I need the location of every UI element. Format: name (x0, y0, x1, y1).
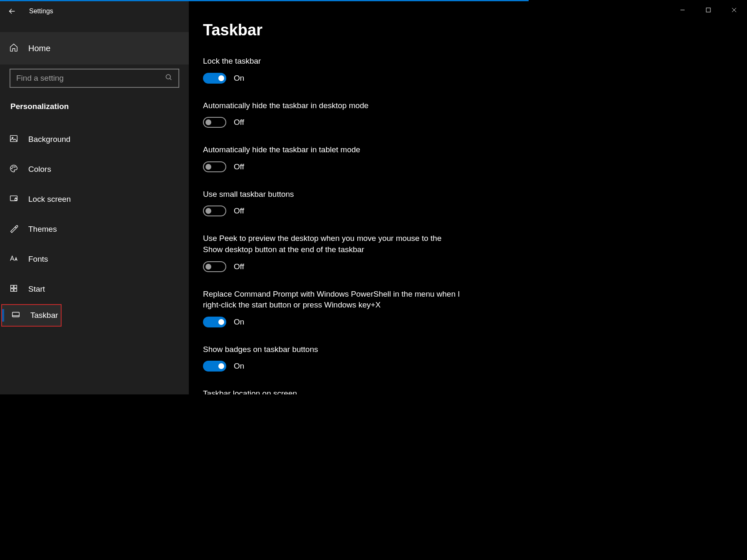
sidebar-item-label: Colors (28, 165, 51, 174)
sidebar-item-label: Taskbar (30, 311, 58, 320)
page-title: Taskbar (203, 21, 505, 39)
toggle-switch[interactable] (203, 317, 226, 327)
toggle-switch[interactable] (203, 73, 226, 84)
toggle-state-text: Off (234, 118, 244, 127)
fonts-icon (9, 254, 18, 265)
svg-rect-14 (14, 285, 17, 287)
sidebar-item-label: Themes (28, 225, 57, 234)
setting-label: Automatically hide the taskbar in tablet… (203, 144, 461, 156)
taskbar-icon (11, 310, 20, 321)
sidebar-item-colors[interactable]: Colors (0, 154, 189, 184)
sidebar-item-label: Start (28, 285, 45, 294)
section-label: Personalization (10, 102, 189, 111)
setting-label: Show badges on taskbar buttons (203, 344, 461, 355)
sidebar-item-label: Fonts (28, 255, 48, 264)
start-icon (9, 284, 18, 295)
svg-rect-6 (10, 135, 17, 141)
svg-rect-12 (15, 198, 17, 201)
setting-label: Use small taskbar buttons (203, 189, 461, 200)
svg-rect-17 (12, 312, 20, 317)
toggle-state-text: On (234, 362, 244, 371)
svg-rect-13 (11, 285, 13, 287)
setting-label-location: Taskbar location on screen (203, 388, 461, 394)
sidebar-item-label: Home (28, 44, 50, 53)
toggle-state-text: Off (234, 162, 244, 171)
search-input[interactable] (16, 74, 165, 83)
home-icon (9, 43, 18, 54)
back-button[interactable] (3, 2, 21, 20)
colors-icon (9, 164, 18, 175)
sidebar-item-lockscreen[interactable]: Lock screen (0, 184, 189, 214)
toggle-switch[interactable] (203, 161, 226, 172)
toggle-state-text: Off (234, 262, 244, 271)
svg-point-8 (12, 168, 12, 169)
content-pane: Taskbar Lock the taskbarOnAutomatically … (189, 1, 529, 394)
svg-point-4 (166, 74, 171, 79)
search-box[interactable] (10, 69, 179, 88)
toggle-state-text: On (234, 74, 244, 83)
app-title: Settings (29, 7, 53, 15)
sidebar-item-taskbar[interactable]: Taskbar (1, 304, 62, 327)
svg-rect-15 (11, 288, 13, 291)
svg-line-5 (170, 78, 171, 80)
sidebar: Settings Home Personalization Background… (0, 1, 189, 394)
svg-point-10 (15, 166, 15, 167)
setting-label: Use Peek to preview the desktop when you… (203, 233, 461, 255)
sidebar-item-label: Lock screen (28, 195, 71, 204)
background-icon (9, 134, 18, 145)
themes-icon (9, 224, 18, 235)
sidebar-item-start[interactable]: Start (0, 274, 189, 304)
toggle-state-text: Off (234, 206, 244, 216)
svg-rect-16 (14, 288, 17, 291)
toggle-switch[interactable] (203, 361, 226, 372)
sidebar-item-background[interactable]: Background (0, 124, 189, 154)
toggle-state-text: On (234, 317, 244, 327)
sidebar-item-label: Background (28, 135, 70, 144)
setting-label: Replace Command Prompt with Windows Powe… (203, 289, 461, 311)
search-icon (165, 74, 173, 83)
sidebar-item-home[interactable]: Home (0, 32, 189, 64)
toggle-switch[interactable] (203, 206, 226, 216)
sidebar-item-themes[interactable]: Themes (0, 214, 189, 244)
toggle-switch[interactable] (203, 117, 226, 128)
toggle-switch[interactable] (203, 261, 226, 272)
setting-label: Lock the taskbar (203, 56, 461, 67)
svg-point-9 (12, 166, 13, 167)
setting-label: Automatically hide the taskbar in deskto… (203, 100, 461, 112)
lockscreen-icon (9, 194, 18, 205)
sidebar-item-fonts[interactable]: Fonts (0, 244, 189, 274)
